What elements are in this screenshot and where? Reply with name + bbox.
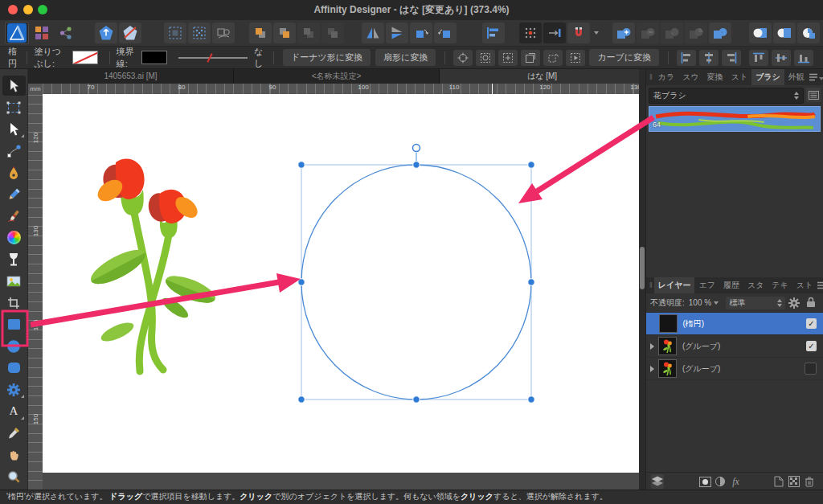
share-icon[interactable] [55,23,77,43]
zoom-tool[interactable] [2,466,26,486]
tab-history[interactable]: 履歴 [719,277,743,293]
document-tab-2[interactable]: <名称未設定> [234,69,440,84]
expand-arrow-icon[interactable] [650,343,654,350]
layer-visibility-checkbox[interactable] [805,363,817,375]
expand-arrow-icon[interactable] [650,366,654,372]
color-picker-tool[interactable] [2,423,26,443]
rotation-handle[interactable] [413,145,420,152]
move-backward-button[interactable] [297,23,320,43]
lock-icon[interactable] [806,297,816,309]
align-middle-icon[interactable] [772,50,791,66]
insert-behind-icon[interactable] [749,23,772,43]
mask-layer-icon[interactable] [698,474,711,489]
boolean-combine-icon[interactable] [709,23,731,43]
assets-icon[interactable] [31,23,53,43]
adjustment-layer-icon[interactable] [714,474,727,489]
trash-icon[interactable] [803,474,816,489]
blend-mode-select[interactable]: 標準 [726,297,785,309]
vector-brush-tool[interactable] [2,206,26,226]
magnet-dropdown-caret[interactable] [594,31,599,35]
new-pixel-layer-icon[interactable] [788,474,800,489]
move-forward-button[interactable] [273,23,296,43]
selection-handles[interactable] [298,162,534,403]
close-window-button[interactable] [8,5,18,14]
zoom-window-button[interactable] [38,5,47,14]
convert-play-icon[interactable] [566,50,585,66]
transform-objects-icon[interactable] [498,50,518,66]
align-right-icon[interactable] [722,50,741,66]
flip-horizontal-icon[interactable] [362,23,384,43]
opacity-caret[interactable] [714,301,719,305]
flower-artwork[interactable] [86,159,219,371]
magnet-icon[interactable] [567,23,590,43]
fx-icon[interactable]: fx [729,474,742,489]
snap-bounds-button[interactable] [164,23,186,43]
insert-on-top-icon[interactable] [773,23,796,43]
hide-selection-icon[interactable] [476,50,495,66]
tab-styles[interactable]: スタ [743,277,768,293]
rectangle-tool[interactable] [2,314,26,334]
flip-vertical-icon[interactable] [386,23,408,43]
app-logo-icon[interactable] [5,22,29,44]
fill-swatch[interactable] [72,51,98,64]
custom-shape-tool[interactable] [2,379,26,400]
boolean-intersect-icon[interactable] [661,23,683,43]
document-tab-active[interactable]: はな [M] [440,69,645,84]
hamburger-menu-icon[interactable] [817,281,823,289]
move-tool[interactable] [2,76,26,96]
tab-swatches[interactable]: スウ [678,69,702,85]
rotate-cw-icon[interactable] [434,23,457,43]
canvas-viewport[interactable] [43,94,639,490]
boolean-subtract-icon[interactable] [637,23,659,43]
brush-category-select[interactable]: 花ブラシ [649,88,804,104]
convert-to-curves-button[interactable]: カーブに変換 [589,49,659,66]
hamburger-menu-icon[interactable] [809,73,823,81]
stroke-width-slider[interactable] [178,57,248,59]
snap-shapes-button[interactable] [212,23,235,43]
boolean-add-icon[interactable] [612,23,635,43]
layer-visibility-checkbox[interactable]: ✓ [806,318,817,329]
layer-row-group-1[interactable]: (グループ) ✓ [646,335,823,358]
vector-crop-tool[interactable] [2,293,26,313]
stroke-swatch[interactable] [141,51,167,64]
convert-to-donut-button[interactable]: ドーナツ形に変換 [283,49,371,66]
panel-drag-handle[interactable]: ‖ [648,73,654,81]
rotate-ccw-icon[interactable] [410,23,432,43]
insert-inside-icon[interactable] [797,23,820,43]
duplicate-box-icon[interactable] [521,50,540,66]
pen-tool[interactable] [2,162,26,182]
align-left-icon[interactable] [677,50,696,66]
brush-item-64[interactable]: 64 [649,106,821,132]
align-center-icon[interactable] [699,50,719,66]
rotate-selection-icon[interactable] [543,50,563,66]
pixel-persona-button[interactable] [119,23,141,43]
tab-stroke[interactable]: スト [727,69,751,85]
tab-appearance[interactable]: 外観 [784,69,809,85]
blend-stepper[interactable] [777,299,782,307]
document-tab-1[interactable]: 1405653.ai [M] [28,69,234,84]
move-to-back-button[interactable] [321,23,344,43]
tab-stock[interactable]: スト [792,277,817,293]
align-top-icon[interactable] [749,50,768,66]
transparency-tool[interactable] [2,249,26,269]
artboard-tool[interactable] [2,97,26,117]
artistic-text-tool[interactable]: A [2,401,26,421]
align-bottom-icon[interactable] [794,50,813,66]
layer-row-group-2[interactable]: (グループ) [646,358,823,380]
place-image-tool[interactable] [2,271,26,291]
point-transform-tool[interactable] [2,141,26,161]
layers-stack-icon[interactable] [651,474,664,489]
layer-visibility-checkbox[interactable]: ✓ [806,341,817,351]
view-tool[interactable] [2,445,26,465]
convert-to-pie-button[interactable]: 扇形に変換 [375,49,436,66]
panel-drag-handle[interactable]: ‖ [648,281,654,289]
snap-toggle-button[interactable] [519,23,542,43]
gear-icon[interactable] [788,297,800,309]
brush-list-view-button[interactable] [806,88,821,102]
move-by-whole-pixels-button[interactable] [543,23,566,43]
alignment-button[interactable] [482,23,505,43]
vector-persona-button[interactable] [95,23,117,43]
move-to-front-button[interactable] [249,23,272,43]
new-layer-icon[interactable] [772,474,785,489]
boolean-divide-icon[interactable] [685,23,707,43]
